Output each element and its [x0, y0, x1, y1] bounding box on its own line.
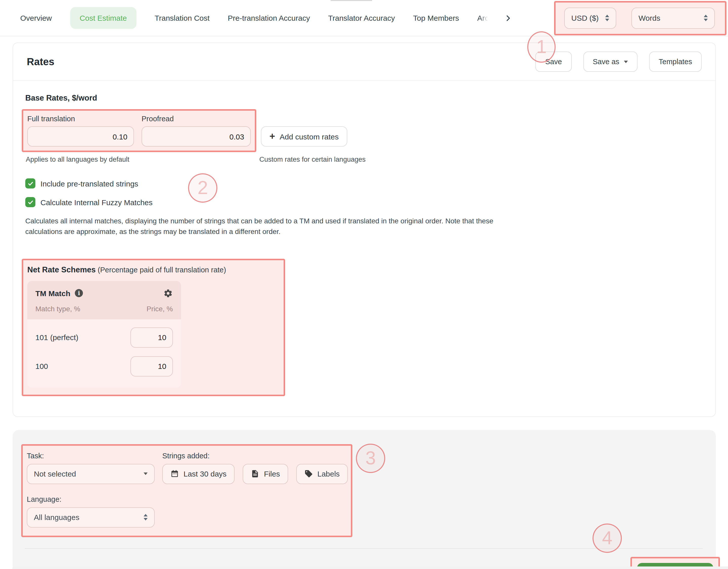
save-as-label: Save as — [593, 58, 619, 66]
tag-icon — [304, 469, 313, 478]
annotation-highlight-step1: USD ($) Words — [554, 1, 726, 35]
base-rates-row: Full translation Proofread + Add custom … — [25, 109, 701, 152]
currency-select-value: USD ($) — [571, 14, 599, 22]
labels-filter-label: Labels — [317, 469, 339, 478]
file-icon — [251, 469, 259, 478]
files-filter-button[interactable]: Files — [243, 464, 288, 484]
estimate-generator-panel: Task: Not selected Strings added: Last 3… — [13, 430, 716, 569]
net-rate-schemes-section: Net Rate Schemes (Percentage paid of ful… — [25, 259, 701, 396]
unit-select-value: Words — [639, 14, 660, 22]
language-select[interactable]: All languages — [27, 507, 155, 527]
base-rates-note: Applies to all languages by default — [26, 156, 256, 163]
tm-match-card: TM Match Match type, % Price, % — [27, 281, 181, 387]
save-label: Save — [545, 58, 562, 66]
net-rate-schemes-heading: Net Rate Schemes (Percentage paid of ful… — [27, 265, 226, 274]
page-title: Rates — [27, 56, 54, 68]
calendar-icon — [170, 469, 179, 478]
proofread-input[interactable] — [142, 126, 251, 147]
strings-added-label: Strings added: — [162, 451, 348, 460]
proofread-field: Proofread — [142, 115, 251, 147]
unfold-arrows-icon — [704, 15, 708, 21]
templates-button[interactable]: Templates — [649, 52, 702, 72]
task-label: Task: — [27, 451, 155, 460]
tm-match-title: TM Match — [35, 289, 70, 297]
unfold-arrows-icon — [144, 514, 148, 520]
chevron-right-icon — [504, 14, 512, 22]
annotation-highlight-filters: Task: Not selected Strings added: Last 3… — [21, 444, 352, 537]
unit-select[interactable]: Words — [631, 7, 715, 29]
currency-select[interactable]: USD ($) — [564, 7, 616, 29]
estimate-options: Include pre-translated strings Calculate… — [25, 178, 701, 207]
calculate-fuzzy-matches-checkbox[interactable]: Calculate Internal Fuzzy Matches — [25, 197, 701, 207]
fuzzy-matches-description: Calculates all internal matches, display… — [25, 216, 501, 237]
gear-icon[interactable] — [163, 288, 173, 298]
language-select-value: All languages — [34, 513, 79, 521]
base-rates-heading: Base Rates, $/word — [25, 94, 701, 103]
tm-match-rows: 101 (perfect) 100 — [27, 319, 181, 387]
full-translation-label: Full translation — [27, 115, 134, 123]
tab-top-members[interactable]: Top Members — [413, 14, 459, 22]
net-rate-schemes-subtitle: (Percentage paid of full translation rat… — [98, 266, 226, 274]
tab-archive-truncated[interactable]: Arc — [477, 14, 489, 22]
add-custom-rates-label: Add custom rates — [280, 132, 338, 141]
rates-panel-header: Rates Save Save as Templates — [13, 43, 715, 81]
tab-list: Overview Cost Estimate Translation Cost … — [20, 7, 512, 29]
language-field: Language: All languages — [27, 495, 348, 527]
tm-match-header: TM Match Match type, % Price, % — [27, 281, 181, 319]
tab-pre-translation-accuracy[interactable]: Pre-translation Accuracy — [228, 14, 310, 22]
language-label: Language: — [27, 495, 348, 503]
caret-down-icon — [144, 472, 148, 475]
checkbox-checked-icon — [25, 197, 35, 207]
annotation-highlight-net-rates: Net Rate Schemes (Percentage paid of ful… — [22, 259, 285, 396]
tm-match-row-101: 101 (perfect) — [35, 327, 173, 347]
tab-translation-cost[interactable]: Translation Cost — [155, 14, 210, 22]
analytics-tab-bar: Overview Cost Estimate Translation Cost … — [0, 0, 728, 36]
plus-icon: + — [269, 131, 275, 141]
tabs-scroll-right-button[interactable] — [504, 14, 512, 22]
task-select-value: Not selected — [34, 469, 76, 478]
tab-overview[interactable]: Overview — [20, 14, 52, 22]
info-icon[interactable] — [75, 289, 83, 297]
match-type-column-header: Match type, % — [35, 304, 80, 312]
match-101-label: 101 (perfect) — [35, 333, 78, 341]
rate-notes: Applies to all languages by default Cust… — [25, 156, 701, 163]
rates-panel-body: Base Rates, $/word Full translation Proo… — [13, 81, 715, 416]
templates-label: Templates — [659, 58, 692, 66]
date-range-filter-label: Last 30 days — [184, 469, 226, 478]
match-100-price-input[interactable] — [130, 356, 173, 376]
task-field: Task: Not selected — [27, 451, 155, 484]
annotation-highlight-base-rates: Full translation Proofread — [22, 109, 256, 152]
save-as-button[interactable]: Save as — [583, 52, 638, 72]
strings-added-field: Strings added: Last 30 days Files Lab — [162, 451, 348, 484]
cost-estimate-page: Overview Cost Estimate Translation Cost … — [0, 0, 728, 569]
save-button[interactable]: Save — [536, 52, 572, 72]
next-panel-edge — [12, 566, 728, 569]
match-100-label: 100 — [35, 362, 48, 370]
add-custom-rates-button[interactable]: + Add custom rates — [261, 126, 347, 147]
net-rate-schemes-title: Net Rate Schemes — [27, 265, 96, 274]
tm-match-row-100: 100 — [35, 356, 173, 376]
date-range-filter-button[interactable]: Last 30 days — [162, 464, 235, 484]
full-translation-field: Full translation — [27, 115, 134, 147]
full-translation-input[interactable] — [27, 126, 134, 147]
cutoff-element-top — [331, 0, 372, 1]
unfold-arrows-icon — [605, 15, 609, 21]
price-column-header: Price, % — [147, 304, 173, 312]
task-select[interactable]: Not selected — [27, 464, 155, 484]
include-pretranslated-checkbox[interactable]: Include pre-translated strings — [25, 178, 701, 189]
tab-translator-accuracy[interactable]: Translator Accuracy — [328, 14, 395, 22]
tab-cost-estimate[interactable]: Cost Estimate — [70, 7, 137, 29]
rates-panel: Rates Save Save as Templates Base Rates,… — [13, 42, 716, 417]
checkbox-checked-icon — [25, 178, 35, 189]
panel-divider — [25, 548, 703, 549]
custom-rates-note: Custom rates for certain languages — [259, 156, 366, 163]
calculate-fuzzy-matches-label: Calculate Internal Fuzzy Matches — [40, 198, 153, 207]
caret-down-icon — [624, 60, 628, 63]
match-101-price-input[interactable] — [130, 327, 173, 347]
files-filter-label: Files — [264, 469, 280, 478]
labels-filter-button[interactable]: Labels — [296, 464, 348, 484]
rates-actions: Save Save as Templates — [536, 52, 702, 72]
proofread-label: Proofread — [142, 115, 251, 123]
include-pretranslated-label: Include pre-translated strings — [40, 179, 138, 188]
